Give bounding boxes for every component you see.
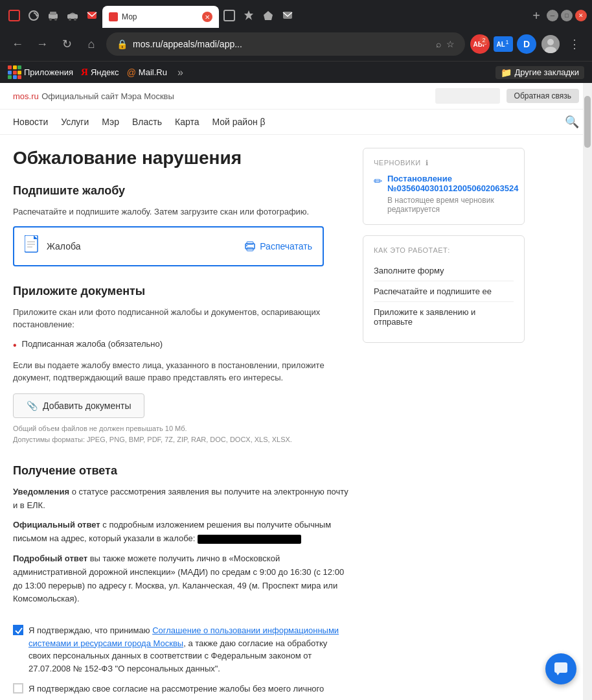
presence-checkbox-row: Я подтверждаю свое согласие на рассмотре… — [13, 682, 350, 700]
attach-section-desc: Приложите скан или фото подписанной жало… — [13, 306, 350, 331]
tab-icon-4[interactable] — [63, 6, 82, 25]
agreement-link[interactable]: Соглашение о пользовании информационными… — [28, 625, 339, 648]
drafts-info-icon[interactable]: ℹ — [426, 159, 429, 167]
tab-active[interactable]: Мор ✕ — [102, 6, 219, 28]
svg-rect-0 — [9, 10, 19, 21]
tab-icon-10[interactable] — [279, 6, 297, 25]
how-step-1: Заполните форму — [374, 261, 514, 281]
drafts-card: ЧЕРНОВИКИ ℹ ✏ Постановление №03560403010… — [363, 148, 525, 225]
doc-list-item: • Подписанная жалоба (обязательно) — [13, 339, 350, 351]
window-close-button[interactable]: ✕ — [575, 10, 587, 21]
user-avatar-button[interactable] — [540, 34, 561, 54]
how-works-card: КАК ЭТО РАБОТАЕТ: Заполните форму Распеч… — [363, 235, 525, 343]
required-doc-text: Подписанная жалоба (обязательно) — [22, 339, 163, 349]
search-in-page-icon[interactable]: ⌕ — [436, 39, 441, 49]
paperclip-icon: 📎 — [27, 401, 38, 411]
folder-icon: 📁 — [501, 67, 512, 78]
apps-bookmark[interactable]: Приложения — [8, 65, 73, 79]
svg-point-9 — [74, 18, 76, 21]
more-bookmarks-button[interactable]: » — [177, 67, 183, 78]
add-docs-label: Добавить документы — [43, 401, 131, 411]
bookmark-star-icon[interactable]: ☆ — [446, 39, 455, 49]
feedback-button[interactable]: Обратная связь — [507, 89, 579, 103]
presence-checkbox[interactable] — [13, 683, 23, 694]
tab-icon-1[interactable] — [5, 6, 23, 25]
agree-checkbox[interactable] — [13, 625, 23, 635]
scroll-thumb[interactable] — [584, 96, 591, 148]
toolbar-actions: ABP 2 ABP 1 D ⋮ — [470, 34, 584, 54]
back-button[interactable]: ← — [8, 34, 27, 54]
section-attach: Приложите документы Приложите скан или ф… — [13, 285, 350, 446]
svg-point-5 — [49, 18, 52, 21]
reprint-label: Распечатать — [260, 241, 312, 251]
presence-text: Я подтверждаю свое согласие на рассмотре… — [28, 682, 350, 700]
tab-close-button[interactable]: ✕ — [202, 12, 212, 22]
tab-icon-5[interactable] — [83, 6, 101, 25]
apps-grid-icon — [8, 65, 21, 79]
forward-button[interactable]: → — [32, 34, 52, 54]
main-wrapper: Обжалование нарушения Подпишите жалобу Р… — [0, 135, 592, 700]
third-party-note: Если вы подаете жалобу вместо лица, указ… — [13, 359, 350, 384]
draft-subtitle: В настоящее время черновик редактируется — [387, 196, 518, 214]
mail-bookmark[interactable]: @ Mail.Ru — [127, 67, 167, 78]
yandex-bookmark[interactable]: Я Яндекс — [81, 67, 119, 78]
menu-button[interactable]: ⋮ — [565, 34, 584, 54]
site-tagline: Официальный сайт Мэра Москвы — [41, 91, 174, 101]
tab-icon-2[interactable] — [25, 6, 43, 25]
maximize-button[interactable]: □ — [561, 10, 573, 21]
add-tab-button[interactable]: + — [532, 8, 540, 23]
nav-item-services[interactable]: Услуги — [61, 117, 89, 127]
tab-icon-7[interactable] — [220, 6, 238, 25]
extension-d-button[interactable]: D — [517, 34, 536, 54]
svg-rect-14 — [283, 12, 292, 19]
document-icon — [25, 235, 40, 257]
abp-count-badge: 2 — [479, 36, 488, 45]
nav-item-mydistrict[interactable]: Мой район β — [212, 117, 265, 127]
browser-chrome: Мор ✕ + ─ □ ✕ ← → ↻ ⌂ 🔒 mos.ru/appeals/m — [0, 0, 592, 83]
chat-fab-button[interactable] — [545, 653, 576, 684]
nav-item-mayor[interactable]: Мэр — [102, 117, 119, 127]
abp-count-badge-2: 1 — [503, 38, 512, 47]
url-text: mos.ru/appeals/madi/app... — [133, 39, 431, 49]
sidebar-right: ЧЕРНОВИКИ ℹ ✏ Постановление №03560403010… — [363, 148, 525, 700]
nav-item-map[interactable]: Карта — [175, 117, 199, 127]
complaint-file-name: Жалоба — [47, 241, 238, 251]
draft-title[interactable]: Постановление №0356040301012005060206352… — [387, 174, 518, 193]
section-checkboxes: Я подтверждаю, что принимаю Соглашение о… — [13, 624, 350, 700]
login-area[interactable] — [435, 88, 500, 104]
redacted-address — [198, 535, 301, 544]
yandex-logo-icon: Я — [81, 67, 88, 78]
reprint-button[interactable]: Распечатать — [244, 240, 312, 252]
attach-section-title: Приложите документы — [13, 285, 350, 298]
official-answer-text: Официальный ответ с подробным изложением… — [13, 519, 350, 546]
minimize-button[interactable]: ─ — [547, 10, 558, 21]
agree-checkbox-row: Я подтверждаю, что принимаю Соглашение о… — [13, 624, 350, 675]
site-branding: mos.ru Официальный сайт Мэра Москвы — [13, 90, 174, 102]
site-logo[interactable]: mos.ru — [13, 91, 39, 101]
refresh-button[interactable]: ↻ — [57, 34, 76, 54]
sign-section-desc: Распечатайте и подпишите жалобу. Затем з… — [13, 205, 350, 218]
extension-abp-red[interactable]: ABP 2 — [470, 34, 490, 54]
tab-bar: Мор ✕ + ─ □ ✕ — [0, 0, 592, 27]
mail-label: Mail.Ru — [139, 67, 167, 77]
how-step-3: Приложите к заявлению и отправьте — [374, 302, 514, 332]
tab-icon-8[interactable] — [240, 6, 258, 25]
svg-rect-4 — [50, 12, 56, 15]
home-button[interactable]: ⌂ — [82, 34, 101, 54]
extension-abp-blue[interactable]: ABP 1 — [494, 36, 513, 52]
page-content: mos.ru Официальный сайт Мэра Москвы Обра… — [0, 83, 592, 700]
other-bookmarks-button[interactable]: 📁 Другие закладки — [495, 66, 584, 79]
how-works-label: КАК ЭТО РАБОТАЕТ: — [374, 246, 514, 254]
window-controls: ─ □ ✕ — [547, 10, 587, 21]
scroll-track[interactable] — [583, 83, 592, 700]
tab-icon-9[interactable] — [259, 6, 277, 25]
nav-item-power[interactable]: Власть — [132, 117, 162, 127]
tab-icon-3[interactable] — [44, 6, 62, 25]
add-documents-button[interactable]: 📎 Добавить документы — [13, 393, 144, 418]
svg-marker-27 — [556, 673, 560, 675]
nav-item-news[interactable]: Новости — [13, 117, 48, 127]
search-icon[interactable]: 🔍 — [565, 115, 579, 129]
edit-draft-icon[interactable]: ✏ — [374, 175, 382, 187]
address-bar[interactable]: 🔒 mos.ru/appeals/madi/app... ⌕ ☆ — [106, 32, 465, 56]
page-title: Обжалование нарушения — [13, 148, 350, 169]
